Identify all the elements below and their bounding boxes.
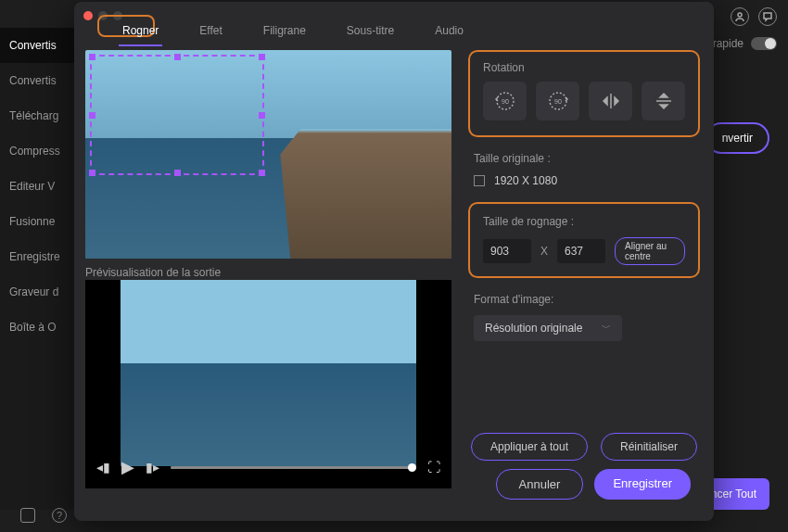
cancel-button[interactable]: Annuler [496,469,584,500]
crop-handle-tc[interactable] [174,54,181,60]
rotate-left-90-button[interactable]: 90 [483,82,527,120]
crop-handle-ml[interactable] [89,112,95,119]
crop-handle-br[interactable] [259,170,265,176]
source-video-area[interactable] [85,50,451,259]
svg-text:90: 90 [554,98,562,105]
progress-bar[interactable] [171,466,416,469]
sidebar-item-7[interactable]: Graveur d [0,274,79,310]
sidebar-item-2[interactable]: Télécharg [0,98,79,133]
chat-icon[interactable] [758,7,777,26]
crop-width-input[interactable] [483,239,531,263]
rapide-toggle[interactable] [751,37,777,50]
flip-horizontal-button[interactable] [589,82,632,120]
tab-subtitle[interactable]: Sous-titre [326,19,414,43]
format-selected-value: Résolution originale [485,322,582,335]
tab-effect[interactable]: Effet [179,19,242,43]
top-right-icons [731,7,777,26]
crop-handle-bc[interactable] [174,170,181,176]
sidebar-item-3[interactable]: Compress [0,133,79,169]
sidebar-item-5[interactable]: Fusionne [0,204,79,239]
format-section: Format d'image: Résolution originale ﹀ [468,293,700,341]
tab-crop[interactable]: Rogner [102,19,179,43]
rotate-right-90-button[interactable]: 90 [536,82,579,120]
play-icon[interactable]: ▶ [121,457,134,477]
bottom-toolbar: ? [0,508,67,523]
reset-button[interactable]: Réinitialiser [601,433,697,461]
original-size-label: Taille originale : [474,152,700,165]
svg-text:90: 90 [502,98,509,105]
crop-handle-tl[interactable] [89,54,95,60]
sidebar-item-0[interactable]: Convertis [0,28,79,63]
book-icon[interactable] [20,508,35,523]
apply-all-button[interactable]: Appliquer à tout [471,433,588,461]
flip-vertical-button[interactable] [642,82,685,120]
format-select[interactable]: Résolution originale ﹀ [474,315,622,341]
crop-handle-mr[interactable] [259,112,265,119]
action-row: Appliquer à tout Réinitialiser [468,433,700,461]
rapide-toggle-area: rapide [713,37,777,50]
crop-modal: Rogner Effet Filigrane Sous-titre Audio … [74,2,714,521]
expand-icon [474,175,485,186]
rapide-label: rapide [713,37,744,50]
crop-separator: X [540,245,548,258]
preview-video [121,280,416,466]
sidebar-item-1[interactable]: Convertis [0,63,79,98]
tab-audio[interactable]: Audio [414,19,484,43]
prev-frame-icon[interactable]: ◂▮ [96,460,110,475]
fullscreen-icon[interactable]: ⛶ [427,460,440,475]
help-icon[interactable]: ? [52,508,67,523]
align-center-button[interactable]: Aligner au centre [615,237,685,265]
crop-handle-tr[interactable] [259,54,265,60]
original-size-value: 1920 X 1080 [494,174,557,187]
tab-watermark[interactable]: Filigrane [243,19,326,43]
sidebar-item-8[interactable]: Boîte à O [0,310,79,345]
tabs: Rogner Effet Filigrane Sous-titre Audio [74,2,714,43]
convert-button-bg[interactable]: nvertir [705,122,769,154]
right-panel: Rotation 90 90 Taille originale : [468,50,700,507]
preview-area: ◂▮ ▶ ▮▸ ⛶ [85,280,451,488]
sidebar-item-4[interactable]: Editeur V [0,169,79,204]
sidebar: Convertis Convertis Télécharg Compress E… [0,28,79,510]
save-button[interactable]: Enregistrer [594,469,691,500]
original-size-section: Taille originale : 1920 X 1080 [468,152,700,187]
player-controls: ◂▮ ▶ ▮▸ ⛶ [96,457,440,477]
crop-size-label: Taille de rognage : [483,215,685,228]
crop-handle-bl[interactable] [89,170,95,176]
chevron-down-icon: ﹀ [602,322,611,335]
close-icon[interactable] [83,11,93,20]
rotation-label: Rotation [483,61,685,74]
crop-selection[interactable] [90,55,264,175]
rotation-section: Rotation 90 90 [468,50,700,137]
svg-point-0 [738,13,742,17]
next-frame-icon[interactable]: ▮▸ [146,460,159,475]
bottom-row: Annuler Enregistrer [496,469,691,500]
preview-label: Prévisualisation de la sortie [85,266,221,279]
crop-size-section: Taille de rognage : X Aligner au centre [468,202,700,278]
format-label: Format d'image: [474,293,700,306]
crop-height-input[interactable] [557,239,605,263]
sidebar-item-6[interactable]: Enregistre [0,239,79,274]
user-icon[interactable] [731,7,749,26]
